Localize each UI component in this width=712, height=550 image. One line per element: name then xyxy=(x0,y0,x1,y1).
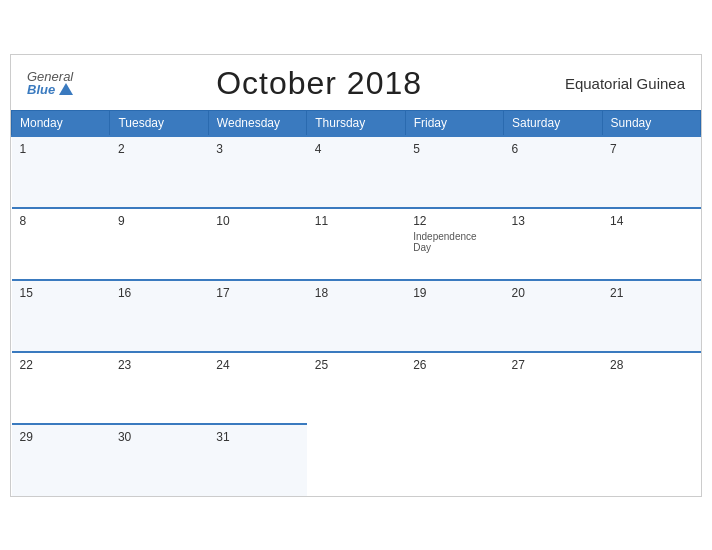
day-number: 25 xyxy=(315,358,397,372)
day-number: 7 xyxy=(610,142,692,156)
day-number: 26 xyxy=(413,358,495,372)
day-cell: 16 xyxy=(110,280,208,352)
day-cell: 10 xyxy=(208,208,306,280)
day-cell: 15 xyxy=(12,280,110,352)
day-number: 31 xyxy=(216,430,298,444)
day-number: 17 xyxy=(216,286,298,300)
day-number: 22 xyxy=(20,358,102,372)
day-number: 12 xyxy=(413,214,495,228)
day-cell: 22 xyxy=(12,352,110,424)
day-cell: 25 xyxy=(307,352,405,424)
logo-triangle-icon xyxy=(59,83,73,95)
day-cell: 23 xyxy=(110,352,208,424)
day-cell: 6 xyxy=(504,136,602,208)
calendar: General Blue October 2018 Equatorial Gui… xyxy=(10,54,702,497)
day-cell: 20 xyxy=(504,280,602,352)
weekday-friday: Friday xyxy=(405,110,503,136)
day-number: 21 xyxy=(610,286,692,300)
weekday-monday: Monday xyxy=(12,110,110,136)
day-number: 10 xyxy=(216,214,298,228)
day-cell: 9 xyxy=(110,208,208,280)
day-number: 1 xyxy=(20,142,102,156)
weekday-tuesday: Tuesday xyxy=(110,110,208,136)
day-cell: 1 xyxy=(12,136,110,208)
day-number: 9 xyxy=(118,214,200,228)
day-cell: 27 xyxy=(504,352,602,424)
calendar-table: Monday Tuesday Wednesday Thursday Friday… xyxy=(11,110,701,496)
logo-blue-text: Blue xyxy=(27,83,55,96)
day-number: 8 xyxy=(20,214,102,228)
day-number: 20 xyxy=(512,286,594,300)
day-number: 23 xyxy=(118,358,200,372)
day-cell xyxy=(504,424,602,496)
logo: General Blue xyxy=(27,70,73,96)
day-cell xyxy=(602,424,700,496)
day-number: 19 xyxy=(413,286,495,300)
day-number: 2 xyxy=(118,142,200,156)
day-cell: 24 xyxy=(208,352,306,424)
day-cell: 29 xyxy=(12,424,110,496)
day-cell: 19 xyxy=(405,280,503,352)
day-cell: 5 xyxy=(405,136,503,208)
day-number: 4 xyxy=(315,142,397,156)
day-number: 29 xyxy=(20,430,102,444)
weekday-wednesday: Wednesday xyxy=(208,110,306,136)
day-event: Independence Day xyxy=(413,231,495,253)
day-number: 5 xyxy=(413,142,495,156)
day-number: 16 xyxy=(118,286,200,300)
calendar-title: October 2018 xyxy=(216,65,422,102)
day-cell: 28 xyxy=(602,352,700,424)
calendar-header: General Blue October 2018 Equatorial Gui… xyxy=(11,55,701,110)
week-row-4: 22232425262728 xyxy=(12,352,701,424)
day-number: 30 xyxy=(118,430,200,444)
weekday-saturday: Saturday xyxy=(504,110,602,136)
day-cell: 26 xyxy=(405,352,503,424)
day-cell: 12Independence Day xyxy=(405,208,503,280)
day-cell: 7 xyxy=(602,136,700,208)
day-number: 15 xyxy=(20,286,102,300)
week-row-5: 293031 xyxy=(12,424,701,496)
day-number: 11 xyxy=(315,214,397,228)
day-cell: 4 xyxy=(307,136,405,208)
day-number: 27 xyxy=(512,358,594,372)
weekday-thursday: Thursday xyxy=(307,110,405,136)
day-number: 13 xyxy=(512,214,594,228)
day-number: 18 xyxy=(315,286,397,300)
calendar-country: Equatorial Guinea xyxy=(565,75,685,92)
day-cell: 31 xyxy=(208,424,306,496)
day-cell: 8 xyxy=(12,208,110,280)
week-row-1: 1234567 xyxy=(12,136,701,208)
day-cell: 13 xyxy=(504,208,602,280)
weekday-sunday: Sunday xyxy=(602,110,700,136)
day-number: 14 xyxy=(610,214,692,228)
week-row-2: 89101112Independence Day1314 xyxy=(12,208,701,280)
day-cell: 11 xyxy=(307,208,405,280)
day-cell: 2 xyxy=(110,136,208,208)
logo-blue-container: Blue xyxy=(27,83,73,96)
week-row-3: 15161718192021 xyxy=(12,280,701,352)
day-cell xyxy=(405,424,503,496)
day-cell: 3 xyxy=(208,136,306,208)
day-number: 6 xyxy=(512,142,594,156)
day-cell: 18 xyxy=(307,280,405,352)
day-cell: 14 xyxy=(602,208,700,280)
day-number: 28 xyxy=(610,358,692,372)
day-cell: 17 xyxy=(208,280,306,352)
day-cell: 21 xyxy=(602,280,700,352)
day-cell: 30 xyxy=(110,424,208,496)
day-number: 24 xyxy=(216,358,298,372)
day-number: 3 xyxy=(216,142,298,156)
day-cell xyxy=(307,424,405,496)
weekday-header-row: Monday Tuesday Wednesday Thursday Friday… xyxy=(12,110,701,136)
